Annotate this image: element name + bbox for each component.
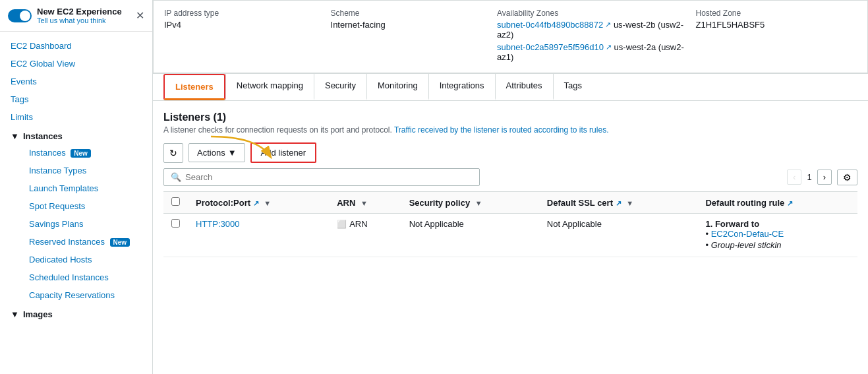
table-header-row: Protocol:Port ↗ ▼ ARN ▼ Security policy … [163,192,857,214]
sidebar-item-reserved-instances[interactable]: Reserved Instances New [18,233,152,251]
hosted-zone-label: Hosted Zone [695,9,857,18]
listeners-description: A listener checks for connection request… [163,125,857,135]
availability-zones-col: Availability Zones subnet-0c44fb4890bc88… [497,9,690,65]
sidebar-item-capacity-reservations[interactable]: Capacity Reservations [18,286,152,304]
row-checkbox[interactable] [171,219,180,228]
chevron-right-icon: ▼ [11,309,19,319]
sort-icon-protocol[interactable]: ▼ [264,199,271,207]
chevron-down-icon: ▼ [11,131,19,141]
scheme-label: Scheme [331,9,492,18]
toolbar: ↻ Actions ▼ Add listener [163,142,857,163]
sidebar-item-instance-types[interactable]: Instance Types [18,162,152,179]
ip-address-type-value: IPv4 [164,20,326,30]
row-arn: ⬜ ARN [329,214,401,257]
routing-item-2: Group-level stickin [705,240,850,250]
sidebar-section-instances[interactable]: ▼ Instances [0,126,152,144]
external-link-icon-1: ↗ [605,20,611,29]
forward-label: 1. Forward to [705,219,759,229]
subnet-id-1: subnet-0c44fb4890bc88872 [497,20,603,30]
external-link-icon-routing: ↗ [787,199,793,207]
actions-label: Actions [197,148,225,158]
prev-page-button[interactable]: ‹ [787,170,801,185]
sort-icon-arn[interactable]: ▼ [361,199,368,207]
ip-address-type-col: IP address type IPv4 [164,9,326,65]
add-listener-button[interactable]: Add listener [250,142,317,163]
search-icon: 🔍 [171,172,181,182]
sidebar-item-spot-requests[interactable]: Spot Requests [18,197,152,215]
sidebar-item-savings-plans[interactable]: Savings Plans [18,215,152,233]
table-settings-button[interactable]: ⚙ [837,170,857,185]
tabs-bar: Listeners Network mapping Security Monit… [153,73,868,101]
new-experience-toggle[interactable] [8,9,32,22]
subnet-link-2[interactable]: subnet-0c2a5897e5f596d10 ↗ [497,42,612,52]
search-row: 🔍 ‹ 1 › ⚙ [163,168,857,186]
table-row: HTTP:3000 ⬜ ARN Not Applicable Not Appli… [163,214,857,257]
row-routing-rule: 1. Forward to EC2Con-Defau-CE Group-leve… [697,214,857,257]
search-input[interactable] [185,172,473,182]
sidebar-section-images-label: Images [23,309,53,319]
row-checkbox-col [163,214,188,257]
th-default-ssl-cert: Default SSL cert ↗ ▼ [539,192,698,214]
actions-dropdown-icon: ▼ [228,148,237,158]
sort-icon-security[interactable]: ▼ [475,199,482,207]
th-security-policy: Security policy ▼ [401,192,539,214]
ip-address-type-label: IP address type [164,9,326,18]
select-all-col [163,192,188,214]
routing-link-1[interactable]: EC2Con-Defau-CE [711,229,784,239]
th-protocol-port: Protocol:Port ↗ ▼ [188,192,329,214]
sidebar-item-ec2-dashboard[interactable]: EC2 Dashboard [0,37,152,55]
sidebar-item-dedicated-hosts[interactable]: Dedicated Hosts [18,251,152,268]
tab-network-mapping[interactable]: Network mapping [225,74,314,100]
tab-listeners[interactable]: Listeners [163,74,225,100]
load-balancer-info-panel: IP address type IPv4 Scheme Internet-fac… [153,0,868,73]
sidebar-item-ec2-global-view[interactable]: EC2 Global View [0,55,152,73]
current-page: 1 [807,172,811,182]
actions-button[interactable]: Actions ▼ [188,143,245,162]
row-security-policy: Not Applicable [401,214,539,257]
row-default-ssl-cert: Not Applicable [539,214,698,257]
hosted-zone-value: Z1H1FL5HABSF5 [695,20,857,30]
sidebar-item-instances[interactable]: Instances New [18,144,152,162]
sort-icon-ssl[interactable]: ▼ [626,199,633,207]
availability-zones-label: Availability Zones [497,9,690,18]
table-header: Protocol:Port ↗ ▼ ARN ▼ Security policy … [163,192,857,214]
routing-item-1: EC2Con-Defau-CE [705,229,850,239]
instances-new-badge: New [71,149,91,158]
sidebar-item-launch-templates[interactable]: Launch Templates [18,179,152,197]
select-all-checkbox[interactable] [171,197,180,206]
hosted-zone-col: Hosted Zone Z1H1FL5HABSF5 [695,9,857,65]
sidebar-section-instances-label: Instances [23,131,63,141]
routing-item-2-text: Group-level stickin [711,240,782,250]
external-link-icon-2: ↗ [606,43,612,51]
next-page-button[interactable]: › [817,170,832,185]
pagination: ‹ 1 › ⚙ [787,170,857,185]
arn-copy-icon: ⬜ [337,220,347,229]
sidebar-item-tags[interactable]: Tags [0,90,152,108]
scheme-value: Internet-facing [331,20,492,30]
sidebar-item-limits[interactable]: Limits [0,108,152,126]
tab-integrations[interactable]: Integrations [428,74,495,100]
tab-security[interactable]: Security [314,74,366,100]
tab-tags[interactable]: Tags [553,74,593,100]
new-experience-subtitle[interactable]: Tell us what you think [37,16,122,24]
external-link-icon: ↗ [253,199,259,207]
tab-attributes[interactable]: Attributes [495,74,553,100]
sidebar-item-scheduled-instances[interactable]: Scheduled Instances [18,268,152,286]
routing-list: EC2Con-Defau-CE Group-level stickin [705,229,850,250]
protocol-port-link[interactable]: HTTP:3000 [196,219,239,229]
sidebar-item-events[interactable]: Events [0,73,152,90]
row-protocol-port: HTTP:3000 [188,214,329,257]
tab-monitoring[interactable]: Monitoring [366,74,428,100]
sidebar-section-images[interactable]: ▼ Images [0,304,152,322]
subnet-link-1[interactable]: subnet-0c44fb4890bc88872 ↗ [497,20,611,30]
table-body: HTTP:3000 ⬜ ARN Not Applicable Not Appli… [163,214,857,257]
refresh-icon: ↻ [169,148,177,158]
listeners-header: Listeners (1) A listener checks for conn… [163,111,857,135]
refresh-button[interactable]: ↻ [163,143,183,163]
close-sidebar-button[interactable]: ✕ [136,9,144,22]
sidebar-navigation: EC2 Dashboard EC2 Global View Events Tag… [0,32,152,327]
reserved-instances-new-badge: New [110,238,130,247]
new-experience-toggle-bar: New EC2 Experience Tell us what you thin… [0,0,152,32]
scheme-col: Scheme Internet-facing [331,9,492,65]
listeners-desc-link[interactable]: Traffic received by the listener is rout… [394,125,608,135]
